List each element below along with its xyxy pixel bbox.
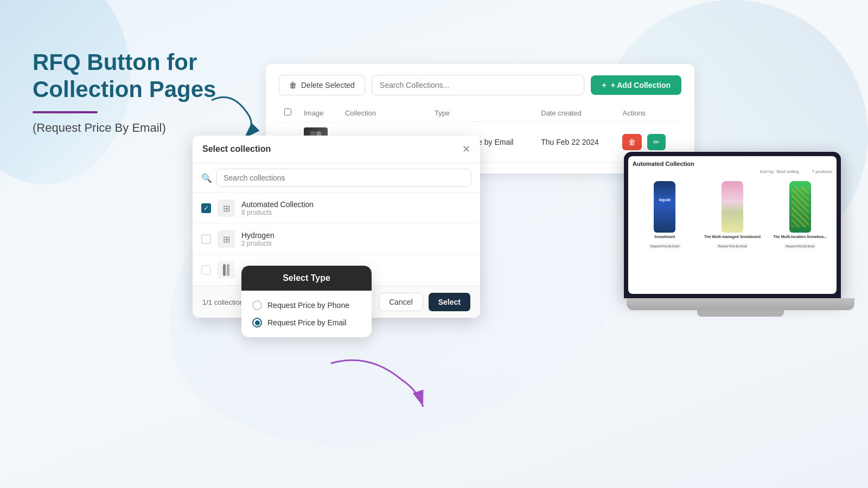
collection-list-item[interactable]: ⊞ Hydrogen 2 products: [193, 224, 480, 255]
radio-option-email[interactable]: Request Price by Email: [252, 318, 361, 328]
modal-search-input[interactable]: [216, 169, 471, 187]
laptop-screen-inner: Automated Collection Sort by: Best selli…: [628, 156, 837, 294]
col-header-image: Image: [298, 104, 340, 122]
radio-email-label: Request Price by Email: [267, 318, 347, 327]
radio-phone-indicator: [252, 300, 262, 310]
product-count: 7 products: [812, 169, 832, 174]
col-header-actions: Actions: [617, 104, 681, 122]
arrow-3-decoration: [326, 347, 434, 414]
snowboard-1-img: liquid: [654, 181, 675, 233]
screen-collection-title: Automated Collection: [633, 160, 832, 167]
laptop-base: [627, 298, 854, 310]
product-name-2: The Multi-managed Snowboard: [700, 235, 765, 239]
product-img-1: liquid: [633, 178, 697, 233]
product-badge-2: Request Price By Email: [717, 244, 749, 248]
modal-title: Select collection: [202, 144, 271, 154]
sort-label: Sort by:: [760, 169, 775, 174]
radio-option-phone[interactable]: Request Price by Phone: [252, 300, 361, 310]
screen-product-2: The Multi-managed Snowboard Request Pric…: [700, 178, 765, 249]
collection-list-item[interactable]: ✓ ⊞ Automated Collection 8 products: [193, 193, 480, 224]
collection-checkbox-1[interactable]: ✓: [201, 203, 211, 213]
laptop-illustration: Automated Collection Sort by: Best selli…: [624, 152, 857, 347]
col-header-collection: Collection: [340, 104, 429, 122]
edit-row-button[interactable]: ✏: [647, 134, 666, 150]
svg-rect-4: [227, 264, 229, 276]
collection-info-2: Hydrogen 2 products: [241, 231, 275, 247]
snowboard-3-img: [789, 181, 811, 233]
select-all-checkbox[interactable]: [284, 108, 291, 115]
delete-icon: 🗑: [289, 81, 297, 89]
laptop-screen: Automated Collection Sort by: Best selli…: [624, 152, 841, 298]
collection-icon-1: ⊞: [218, 200, 235, 217]
radio-phone-label: Request Price by Phone: [267, 301, 349, 310]
collection-checkbox-3[interactable]: [201, 265, 211, 275]
search-collections-input[interactable]: [372, 75, 585, 95]
modal-cancel-button[interactable]: Cancel: [379, 293, 423, 311]
modal-header: Select collection ✕: [193, 136, 480, 163]
delete-row-button[interactable]: 🗑: [622, 134, 642, 150]
screen-product-3: The Multi-location Snowboa... Request Pr…: [768, 178, 832, 249]
col-header-type: Type: [429, 104, 535, 122]
modal-close-button[interactable]: ✕: [462, 143, 470, 155]
plus-icon: +: [602, 81, 606, 89]
col-header-date: Date created: [535, 104, 617, 122]
select-type-header: Select Type: [241, 266, 372, 291]
product-badge-1: Request Price By Email: [649, 244, 681, 248]
screen-products: liquid Snowboard Request Price By Email …: [633, 178, 832, 249]
product-name-1: Snowboard: [633, 235, 697, 239]
select-type-popup: Select Type Request Price by Phone Reque…: [241, 266, 372, 337]
delete-selected-button[interactable]: 🗑 Delete Selected: [279, 75, 365, 95]
modal-action-buttons: Cancel Select: [379, 293, 470, 311]
hero-section: RFQ Button for Collection Pages (Request…: [33, 49, 216, 135]
collections-toolbar: 🗑 Delete Selected + + Add Collection: [279, 75, 681, 95]
hero-divider: [33, 111, 98, 113]
collection-icon-2: ⊞: [218, 230, 235, 248]
collection-info-1: Automated Collection 8 products: [241, 200, 314, 216]
hero-subtitle: (Request Price By Email): [33, 121, 216, 135]
search-icon: 🔍: [201, 173, 212, 183]
snowboard-2-img: [722, 181, 743, 233]
screen-product-1: liquid Snowboard Request Price By Email: [633, 178, 697, 249]
sort-value: Best selling: [777, 169, 799, 174]
laptop-stand: [697, 310, 784, 317]
screen-sort: Sort by: Best selling 7 products: [633, 169, 832, 174]
product-img-2: [700, 178, 765, 233]
svg-rect-3: [223, 264, 226, 276]
hero-title: RFQ Button for Collection Pages: [33, 49, 216, 104]
radio-email-indicator: [252, 318, 262, 328]
add-collection-button[interactable]: + + Add Collection: [591, 75, 681, 95]
select-type-options: Request Price by Phone Request Price by …: [241, 291, 372, 337]
product-badge-3: Request Price By Email: [784, 244, 816, 248]
modal-select-button[interactable]: Select: [429, 293, 470, 311]
product-name-3: The Multi-location Snowboa...: [768, 235, 832, 239]
collection-icon-3: [218, 261, 235, 279]
product-img-3: [768, 178, 832, 233]
modal-search-area: 🔍: [193, 163, 480, 193]
collection-checkbox-2[interactable]: [201, 234, 211, 244]
collection-date-cell: Thu Feb 22 2024: [535, 122, 617, 163]
